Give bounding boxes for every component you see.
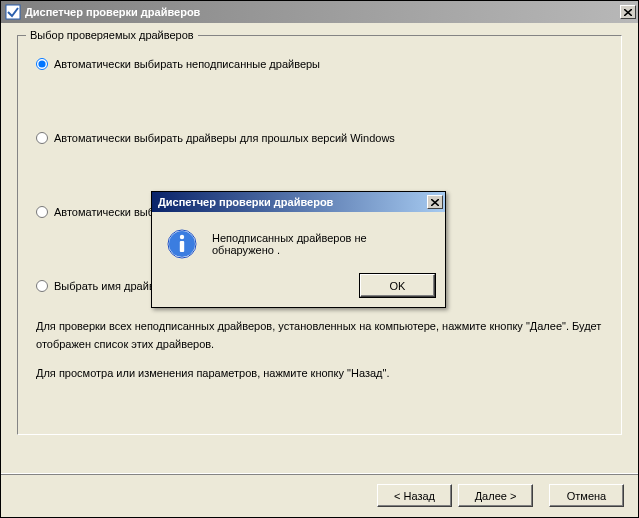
ok-button[interactable]: OK <box>360 274 435 297</box>
app-icon <box>5 4 21 20</box>
radio-unsigned-input[interactable] <box>36 58 48 70</box>
driver-verifier-window: Диспетчер проверки драйверов Выбор прове… <box>0 0 639 518</box>
info-line-2: Для просмотра или изменения параметров, … <box>36 365 603 383</box>
window-title: Диспетчер проверки драйверов <box>25 6 620 18</box>
info-icon <box>166 228 198 260</box>
msgbox-body: Неподписанных драйверов не обнаружено . <box>152 212 445 274</box>
radio-old-windows-input[interactable] <box>36 132 48 144</box>
info-line-1: Для проверки всех неподписанных драйверо… <box>36 318 603 353</box>
svg-point-3 <box>180 235 184 239</box>
cancel-button[interactable]: Отмена <box>549 484 624 507</box>
radio-old-windows-drivers[interactable]: Автоматически выбирать драйверы для прош… <box>36 132 603 144</box>
groupbox-legend: Выбор проверяемых драйверов <box>26 29 198 41</box>
wizard-button-bar: < Назад Далее > Отмена <box>1 473 638 517</box>
close-button[interactable] <box>620 5 636 19</box>
svg-rect-4 <box>180 241 184 252</box>
radio-unsigned-label: Автоматически выбирать неподписанные дра… <box>54 58 320 70</box>
radio-select-list-input[interactable] <box>36 280 48 292</box>
radio-old-windows-label: Автоматически выбирать драйверы для прош… <box>54 132 395 144</box>
info-messagebox: Диспетчер проверки драйверов Неподписанн… <box>151 191 446 308</box>
radio-auto-partial-input[interactable] <box>36 206 48 218</box>
msgbox-title: Диспетчер проверки драйверов <box>158 196 427 208</box>
info-text: Для проверки всех неподписанных драйверо… <box>36 318 603 383</box>
radio-unsigned-drivers[interactable]: Автоматически выбирать неподписанные дра… <box>36 58 603 70</box>
radio-auto-partial-label: Автоматически выби <box>54 206 160 218</box>
msgbox-close-button[interactable] <box>427 195 443 209</box>
msgbox-text: Неподписанных драйверов не обнаружено . <box>212 232 431 256</box>
next-button[interactable]: Далее > <box>458 484 533 507</box>
back-button[interactable]: < Назад <box>377 484 452 507</box>
msgbox-button-row: OK <box>152 274 445 307</box>
main-titlebar: Диспетчер проверки драйверов <box>1 1 638 23</box>
msgbox-titlebar: Диспетчер проверки драйверов <box>152 192 445 212</box>
